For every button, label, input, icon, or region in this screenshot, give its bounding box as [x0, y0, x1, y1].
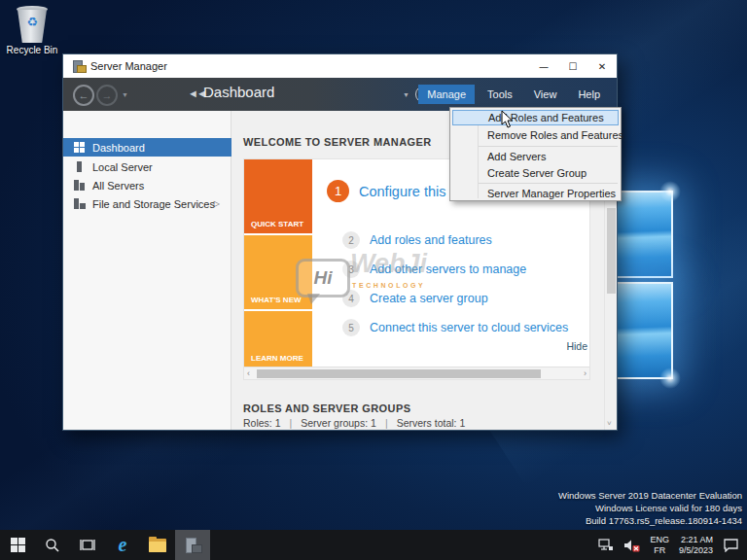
- vertical-scrollbar-thumb[interactable]: [607, 208, 616, 294]
- windows-logo-icon: [11, 538, 25, 552]
- step-label[interactable]: Add roles and features: [370, 233, 492, 247]
- menu-tools[interactable]: Tools: [479, 85, 521, 104]
- file-storage-icon: [74, 198, 86, 209]
- horizontal-scrollbar[interactable]: ‹ ›: [244, 367, 589, 379]
- whats-new-label: WHAT'S NEW: [251, 296, 302, 304]
- taskbar-clock[interactable]: 2:21 AM 9/5/2023: [679, 535, 713, 556]
- scroll-down-icon[interactable]: ˅: [607, 419, 612, 428]
- servers-icon: [74, 180, 86, 191]
- sidebar-item-label: Local Server: [92, 161, 153, 173]
- file-explorer-button[interactable]: [140, 530, 175, 560]
- step-connect-cloud[interactable]: 5 Connect this server to cloud services: [342, 319, 568, 336]
- recycle-bin-icon: ♻: [17, 6, 48, 43]
- taskbar-server-manager-button[interactable]: [175, 530, 210, 560]
- step-number: 1: [327, 180, 349, 202]
- recycle-bin-shortcut[interactable]: ♻ Recycle Bin: [6, 6, 58, 55]
- action-center-icon[interactable]: [723, 538, 739, 552]
- sidebar-item-file-storage[interactable]: File and Storage Services ▷: [63, 194, 231, 213]
- roles-groups-stats: Roles: 1 | Server groups: 1 | Servers to…: [243, 417, 465, 429]
- menu-help[interactable]: Help: [569, 85, 609, 104]
- step-add-servers[interactable]: 3 Add other servers to manage: [342, 261, 526, 278]
- menu-item-server-manager-properties[interactable]: Server Manager Properties: [452, 186, 619, 201]
- step-number: 3: [342, 261, 360, 278]
- file-explorer-icon: [149, 539, 166, 552]
- desktop: ♻ Recycle Bin Windows Server 2019 Datace…: [0, 0, 747, 560]
- menu-separator: [479, 146, 618, 147]
- menu-bar: Manage Tools View Help: [418, 78, 609, 111]
- volume-muted-icon[interactable]: [623, 539, 640, 552]
- logo-glint: [659, 181, 681, 202]
- navigation-bar: ← → ▼ ◄◄ Dashboard ▼ ⟳ Manage Tools View…: [63, 78, 617, 111]
- sidebar-item-label: All Servers: [92, 180, 144, 192]
- menu-item-create-server-group[interactable]: Create Server Group: [452, 165, 619, 181]
- window-controls: — ☐ ✕: [529, 54, 617, 78]
- clock-date: 9/5/2023: [679, 545, 713, 556]
- expand-arrow-icon[interactable]: ▷: [214, 199, 220, 208]
- quick-start-label: QUICK START: [251, 220, 303, 228]
- step-number: 2: [342, 231, 360, 249]
- system-info-line2: Windows License valid for 180 days: [558, 502, 742, 514]
- stat-separator: |: [385, 417, 388, 429]
- close-button[interactable]: ✕: [587, 54, 617, 78]
- language-top: ENG: [650, 535, 669, 545]
- menu-item-add-servers[interactable]: Add Servers: [452, 149, 619, 164]
- step-label[interactable]: Add other servers to manage: [370, 262, 526, 276]
- nav-history-dropdown-icon[interactable]: ▼: [122, 91, 128, 98]
- language-bottom: FR: [650, 545, 669, 556]
- mouse-cursor: [500, 110, 514, 133]
- scroll-right-icon[interactable]: ›: [584, 368, 587, 378]
- breadcrumb: Dashboard: [203, 84, 274, 100]
- breadcrumb-dropdown-icon[interactable]: ▼: [403, 91, 409, 98]
- menu-item-remove-roles-features[interactable]: Remove Roles and Features: [452, 127, 619, 143]
- whats-new-tile[interactable]: WHAT'S NEW: [244, 235, 312, 309]
- sidebar: Dashboard Local Server All Servers: [63, 111, 231, 430]
- quick-start-tile[interactable]: QUICK START: [244, 159, 312, 233]
- menu-manage[interactable]: Manage: [418, 85, 475, 104]
- server-icon: [74, 161, 86, 172]
- step-add-roles[interactable]: 2 Add roles and features: [342, 231, 492, 249]
- sidebar-item-label: File and Storage Services: [92, 198, 215, 210]
- minimize-button[interactable]: —: [529, 54, 558, 78]
- taskbar-search-button[interactable]: [35, 530, 70, 560]
- roles-count: Roles: 1: [243, 417, 281, 429]
- back-button[interactable]: ←: [73, 85, 94, 106]
- system-info-text: Windows Server 2019 Datacenter Evaluatio…: [558, 489, 742, 527]
- welcome-heading: WELCOME TO SERVER MANAGER: [243, 136, 432, 148]
- taskbar-empty-area: [210, 530, 598, 560]
- window-titlebar[interactable]: Server Manager — ☐ ✕: [63, 54, 617, 78]
- maximize-button[interactable]: ☐: [558, 54, 587, 78]
- step-label[interactable]: Create a server group: [370, 292, 488, 305]
- servers-total-count: Servers total: 1: [397, 417, 466, 429]
- search-icon: [45, 538, 60, 553]
- step-create-group[interactable]: 4 Create a server group: [342, 290, 488, 307]
- system-tray: ENG FR 2:21 AM 9/5/2023: [598, 530, 747, 560]
- server-manager-app-icon: [71, 60, 85, 72]
- internet-explorer-button[interactable]: e: [105, 530, 140, 560]
- network-icon[interactable]: [598, 539, 614, 552]
- sidebar-item-all-servers[interactable]: All Servers: [63, 176, 231, 194]
- learn-more-tile[interactable]: LEARN MORE: [244, 311, 312, 368]
- sidebar-item-label: Dashboard: [92, 142, 145, 154]
- forward-button[interactable]: →: [96, 85, 118, 106]
- sidebar-item-dashboard[interactable]: Dashboard: [63, 138, 231, 157]
- manage-dropdown-menu: Add Roles and Features Remove Roles and …: [449, 107, 622, 201]
- recycle-symbol-icon: ♻: [17, 15, 48, 29]
- hide-link[interactable]: Hide: [566, 340, 587, 352]
- start-button[interactable]: [0, 530, 35, 560]
- horizontal-scrollbar-thumb[interactable]: [257, 369, 541, 378]
- language-indicator[interactable]: ENG FR: [650, 535, 669, 556]
- scroll-left-icon[interactable]: ‹: [247, 368, 250, 378]
- recycle-bin-label: Recycle Bin: [6, 45, 58, 55]
- sidebar-item-local-server[interactable]: Local Server: [63, 158, 231, 176]
- internet-explorer-icon: e: [119, 534, 127, 556]
- server-manager-icon: [185, 538, 201, 552]
- menu-separator: [479, 183, 618, 184]
- clock-time: 2:21 AM: [679, 535, 713, 545]
- menu-item-add-roles-features[interactable]: Add Roles and Features: [452, 110, 619, 125]
- task-view-button[interactable]: [70, 530, 105, 560]
- window-title: Server Manager: [90, 60, 167, 72]
- menu-view[interactable]: View: [525, 85, 566, 104]
- step-label[interactable]: Connect this server to cloud services: [370, 321, 568, 334]
- roles-groups-heading: ROLES AND SERVER GROUPS: [243, 402, 410, 414]
- step-number: 4: [342, 290, 360, 307]
